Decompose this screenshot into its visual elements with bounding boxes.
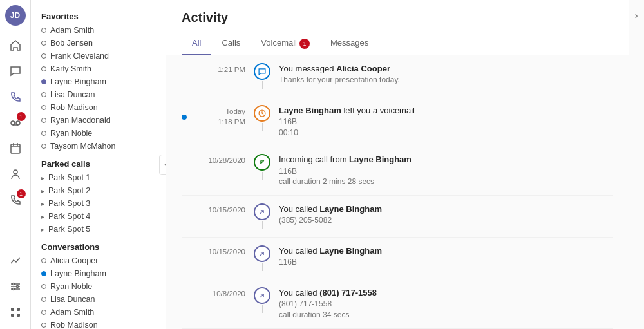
activity-item: 10/28/2020Incoming call from Layne Bingh… <box>182 146 613 196</box>
page-title: Activity <box>182 10 613 25</box>
activity-icon <box>254 245 270 262</box>
svg-rect-3 <box>11 144 20 153</box>
activity-icon <box>254 287 270 304</box>
sidebar-item-conversation[interactable]: Lisa Duncan <box>31 293 166 306</box>
activity-sub-text: (801) 717-1558 call duration 34 secs <box>279 299 613 321</box>
activity-main-text: Layne Bingham left you a voicemail <box>279 105 613 117</box>
activity-item: 1:21 PMYou messaged Alicia CooperThanks … <box>182 55 613 97</box>
tab-calls[interactable]: Calls <box>211 33 251 55</box>
svg-line-21 <box>260 252 263 256</box>
activity-content: You called Layne Bingham(385) 205-5082 <box>279 203 613 226</box>
svg-point-0 <box>11 121 15 125</box>
sidebar-item-label: Ryan Noble <box>50 282 92 291</box>
activity-time: 1:21 PM <box>197 63 245 75</box>
timeline-line <box>262 172 263 180</box>
sidebar-item-favorite[interactable]: Ryan Macdonald <box>31 114 166 127</box>
calls2-badge: 1 <box>17 189 26 198</box>
timeline-line <box>262 221 263 229</box>
activity-time: 10/8/2020 <box>197 287 245 299</box>
svg-rect-17 <box>17 314 20 317</box>
svg-rect-15 <box>17 308 20 311</box>
conversations-title: Conversations <box>31 236 166 254</box>
sidebar-item-favorite[interactable]: Frank Cleveland <box>31 50 166 62</box>
sidebar: Favorites Adam SmithBob JensenFrank Clev… <box>31 0 166 329</box>
svg-point-12 <box>16 286 18 288</box>
sidebar-item-parked[interactable]: ▸Park Spot 1 <box>31 171 166 184</box>
sidebar-item-conversation[interactable]: Alicia Cooper <box>31 254 166 267</box>
home-icon[interactable] <box>4 33 27 57</box>
sidebar-item-conversation[interactable]: Rob Madison <box>31 319 166 329</box>
sidebar-item-parked[interactable]: ▸Park Spot 3 <box>31 197 166 210</box>
sidebar-item-conversation[interactable]: Layne Bingham <box>31 267 166 280</box>
sidebar-item-label: Bob Jensen <box>50 39 93 48</box>
settings-icon[interactable] <box>4 275 27 298</box>
sidebar-item-favorite[interactable]: Adam Smith <box>31 24 166 37</box>
activity-sub-text: 116B 00:10 <box>279 117 613 138</box>
sidebar-item-parked[interactable]: ▸Park Spot 5 <box>31 223 166 236</box>
sidebar-collapse-button[interactable]: ‹ <box>159 155 166 175</box>
sidebar-item-parked[interactable]: ▸Park Spot 4 <box>31 210 166 223</box>
activity-content: Layne Bingham left you a voicemail116B 0… <box>279 105 613 138</box>
activity-sub-text: 116B <box>279 257 613 268</box>
sidebar-item-favorite[interactable]: Lisa Duncan <box>31 88 166 101</box>
sidebar-item-conversation[interactable]: Ryan Noble <box>31 280 166 293</box>
activity-main-text: You called Layne Bingham <box>279 245 613 257</box>
sidebar-item-label: Alicia Cooper <box>50 256 98 265</box>
expand-icon[interactable]: › <box>635 10 638 21</box>
timeline-line <box>262 263 263 271</box>
activity-sub-text: 116B call duration 2 mins 28 secs <box>279 166 613 188</box>
calls2-icon[interactable]: 1 <box>4 188 27 211</box>
activity-content: You called Layne Bingham116B <box>279 245 613 268</box>
voicemail-icon[interactable]: 1 <box>4 111 27 134</box>
activity-time: 10/15/2020 <box>197 203 245 215</box>
svg-point-11 <box>12 283 14 285</box>
calls-icon[interactable] <box>4 85 27 108</box>
sidebar-item-favorite[interactable]: Ryan Noble <box>31 127 166 140</box>
svg-point-13 <box>12 288 14 290</box>
timeline-line <box>262 123 263 131</box>
voicemail-badge: 1 <box>17 112 26 121</box>
sidebar-item-label: Park Spot 3 <box>48 199 90 208</box>
tab-bar: AllCallsVoicemail1Messages <box>182 33 613 55</box>
parked-calls-list: ▸Park Spot 1▸Park Spot 2▸Park Spot 3▸Par… <box>31 171 166 236</box>
sidebar-item-favorite[interactable]: Layne Bingham <box>31 75 166 88</box>
chat-icon[interactable] <box>4 59 27 82</box>
activity-main-text: You messaged Alicia Cooper <box>279 63 613 75</box>
sidebar-item-label: Lisa Duncan <box>50 90 95 99</box>
activity-item: 10/15/2020You called Layne Bingham116B <box>182 238 613 279</box>
sidebar-item-label: Layne Bingham <box>50 77 106 86</box>
sidebar-item-favorite[interactable]: Karly Smith <box>31 62 166 75</box>
sidebar-item-label: Taysom McMahon <box>50 142 115 151</box>
sidebar-item-conversation[interactable]: Adam Smith <box>31 306 166 319</box>
tab-messages[interactable]: Messages <box>320 33 379 55</box>
sidebar-item-favorite[interactable]: Taysom McMahon <box>31 140 166 153</box>
main-panel: Activity AllCallsVoicemail1Messages 1:21… <box>166 0 629 329</box>
user-avatar[interactable]: JD <box>5 5 26 26</box>
analytics-icon[interactable] <box>4 249 27 272</box>
sidebar-item-parked[interactable]: ▸Park Spot 2 <box>31 184 166 197</box>
activity-icon <box>254 105 270 122</box>
calendar-icon[interactable] <box>4 136 27 160</box>
favorites-list: Adam SmithBob JensenFrank ClevelandKarly… <box>31 24 166 153</box>
activity-icon <box>254 63 270 80</box>
activity-content: You called (801) 717-1558(801) 717-1558 … <box>279 287 613 321</box>
sidebar-item-label: Rob Madison <box>50 321 98 329</box>
svg-point-1 <box>16 121 20 125</box>
tab-voicemail[interactable]: Voicemail1 <box>251 33 320 55</box>
activity-icon <box>254 154 270 171</box>
sidebar-item-favorite[interactable]: Rob Madison <box>31 101 166 114</box>
grid-icon[interactable] <box>4 301 27 324</box>
activity-item: 10/15/2020You called Layne Bingham(385) … <box>182 196 613 238</box>
sidebar-item-favorite[interactable]: Bob Jensen <box>31 37 166 50</box>
activity-main-text: Incoming call from Layne Bingham <box>279 154 613 165</box>
activity-time: Today 1:18 PM <box>197 105 245 127</box>
people-icon[interactable] <box>4 162 27 185</box>
activity-item: Today 1:18 PMLayne Bingham left you a vo… <box>182 97 613 147</box>
tab-all[interactable]: All <box>182 33 211 55</box>
sidebar-item-label: Rob Madison <box>50 103 98 112</box>
main-header: Activity AllCallsVoicemail1Messages <box>166 0 629 55</box>
svg-rect-14 <box>11 308 14 311</box>
svg-line-22 <box>260 294 263 297</box>
timeline-line <box>262 305 263 313</box>
activity-icon <box>254 203 270 220</box>
